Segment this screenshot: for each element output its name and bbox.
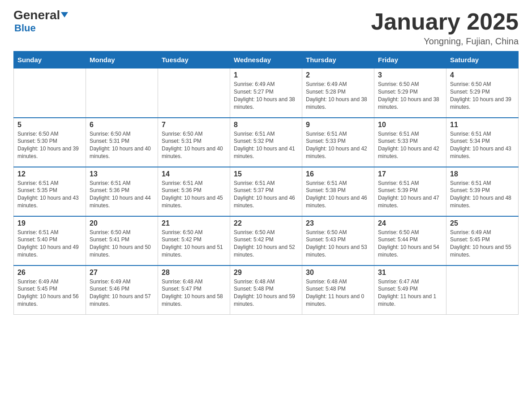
calendar-cell: 4Sunrise: 6:50 AM Sunset: 5:29 PM Daylig… [446,68,519,118]
calendar-cell: 22Sunrise: 6:50 AM Sunset: 5:42 PM Dayli… [230,216,302,265]
calendar-cell: 1Sunrise: 6:49 AM Sunset: 5:27 PM Daylig… [230,68,302,118]
day-number: 5 [17,121,82,129]
calendar-cell: 21Sunrise: 6:50 AM Sunset: 5:42 PM Dayli… [158,216,230,265]
day-info: Sunrise: 6:50 AM Sunset: 5:31 PM Dayligh… [162,130,226,160]
calendar-cell: 25Sunrise: 6:49 AM Sunset: 5:45 PM Dayli… [446,216,519,265]
calendar-cell: 28Sunrise: 6:48 AM Sunset: 5:47 PM Dayli… [158,265,230,315]
day-info: Sunrise: 6:49 AM Sunset: 5:46 PM Dayligh… [90,278,154,308]
day-info: Sunrise: 6:51 AM Sunset: 5:38 PM Dayligh… [306,180,370,210]
day-number: 4 [450,71,515,79]
calendar-header-row: SundayMondayTuesdayWednesdayThursdayFrid… [14,51,519,68]
day-number: 14 [162,170,226,178]
calendar-cell: 7Sunrise: 6:50 AM Sunset: 5:31 PM Daylig… [158,118,230,167]
calendar-cell: 24Sunrise: 6:50 AM Sunset: 5:44 PM Dayli… [374,216,446,265]
logo-triangle-icon [61,12,68,17]
day-number: 11 [450,121,515,129]
day-number: 10 [378,121,442,129]
day-info: Sunrise: 6:50 AM Sunset: 5:44 PM Dayligh… [378,229,442,259]
day-number: 26 [17,269,82,277]
logo-blue: Blue [14,22,36,34]
day-number: 17 [378,170,442,178]
col-header-tuesday: Tuesday [158,51,230,68]
day-number: 28 [162,269,226,277]
day-number: 27 [90,269,154,277]
calendar-table: SundayMondayTuesdayWednesdayThursdayFrid… [13,51,519,315]
calendar-week-1: 1Sunrise: 6:49 AM Sunset: 5:27 PM Daylig… [14,68,519,118]
day-info: Sunrise: 6:51 AM Sunset: 5:39 PM Dayligh… [450,180,515,210]
col-header-wednesday: Wednesday [230,51,302,68]
calendar-cell: 27Sunrise: 6:49 AM Sunset: 5:46 PM Dayli… [86,265,158,315]
day-info: Sunrise: 6:51 AM Sunset: 5:35 PM Dayligh… [17,180,82,210]
day-info: Sunrise: 6:51 AM Sunset: 5:37 PM Dayligh… [234,180,298,210]
day-info: Sunrise: 6:50 AM Sunset: 5:41 PM Dayligh… [90,229,154,259]
day-number: 9 [306,121,370,129]
day-info: Sunrise: 6:50 AM Sunset: 5:42 PM Dayligh… [234,229,298,259]
day-info: Sunrise: 6:51 AM Sunset: 5:33 PM Dayligh… [378,130,442,160]
calendar-cell: 26Sunrise: 6:49 AM Sunset: 5:45 PM Dayli… [14,265,86,315]
calendar-cell: 29Sunrise: 6:48 AM Sunset: 5:48 PM Dayli… [230,265,302,315]
calendar-cell [14,68,86,118]
day-info: Sunrise: 6:50 AM Sunset: 5:29 PM Dayligh… [378,81,442,111]
day-number: 20 [90,219,154,227]
day-info: Sunrise: 6:51 AM Sunset: 5:36 PM Dayligh… [90,180,154,210]
day-number: 25 [450,219,515,227]
calendar-cell: 8Sunrise: 6:51 AM Sunset: 5:32 PM Daylig… [230,118,302,167]
day-info: Sunrise: 6:51 AM Sunset: 5:40 PM Dayligh… [17,229,82,259]
day-info: Sunrise: 6:50 AM Sunset: 5:31 PM Dayligh… [90,130,154,160]
day-info: Sunrise: 6:48 AM Sunset: 5:48 PM Dayligh… [234,278,298,308]
day-info: Sunrise: 6:47 AM Sunset: 5:49 PM Dayligh… [378,278,442,308]
calendar-cell: 17Sunrise: 6:51 AM Sunset: 5:39 PM Dayli… [374,167,446,216]
calendar-week-2: 5Sunrise: 6:50 AM Sunset: 5:30 PM Daylig… [14,118,519,167]
day-number: 31 [378,269,442,277]
day-info: Sunrise: 6:48 AM Sunset: 5:47 PM Dayligh… [162,278,226,308]
day-info: Sunrise: 6:50 AM Sunset: 5:30 PM Dayligh… [17,130,82,160]
day-number: 3 [378,71,442,79]
calendar-cell: 11Sunrise: 6:51 AM Sunset: 5:34 PM Dayli… [446,118,519,167]
calendar-cell: 19Sunrise: 6:51 AM Sunset: 5:40 PM Dayli… [14,216,86,265]
day-number: 23 [306,219,370,227]
day-number: 7 [162,121,226,129]
calendar-cell: 10Sunrise: 6:51 AM Sunset: 5:33 PM Dayli… [374,118,446,167]
calendar-week-5: 26Sunrise: 6:49 AM Sunset: 5:45 PM Dayli… [14,265,519,315]
calendar-cell: 2Sunrise: 6:49 AM Sunset: 5:28 PM Daylig… [302,68,374,118]
day-number: 24 [378,219,442,227]
day-number: 6 [90,121,154,129]
day-number: 2 [306,71,370,79]
day-number: 13 [90,170,154,178]
title-block: January 2025 Yongning, Fujian, China [371,9,519,47]
col-header-friday: Friday [374,51,446,68]
calendar-cell: 5Sunrise: 6:50 AM Sunset: 5:30 PM Daylig… [14,118,86,167]
calendar-cell: 20Sunrise: 6:50 AM Sunset: 5:41 PM Dayli… [86,216,158,265]
col-header-saturday: Saturday [446,51,519,68]
calendar-week-3: 12Sunrise: 6:51 AM Sunset: 5:35 PM Dayli… [14,167,519,216]
month-title: January 2025 [371,9,519,34]
day-number: 30 [306,269,370,277]
calendar-cell: 13Sunrise: 6:51 AM Sunset: 5:36 PM Dayli… [86,167,158,216]
calendar-cell: 3Sunrise: 6:50 AM Sunset: 5:29 PM Daylig… [374,68,446,118]
page-header: General Blue January 2025 Yongning, Fuji… [13,9,519,47]
calendar-cell: 30Sunrise: 6:48 AM Sunset: 5:48 PM Dayli… [302,265,374,315]
day-info: Sunrise: 6:49 AM Sunset: 5:27 PM Dayligh… [234,81,298,111]
day-number: 1 [234,71,298,79]
calendar-cell: 14Sunrise: 6:51 AM Sunset: 5:36 PM Dayli… [158,167,230,216]
logo: General Blue [13,9,68,34]
day-number: 18 [450,170,515,178]
col-header-sunday: Sunday [14,51,86,68]
logo-general: General [13,9,68,21]
day-number: 29 [234,269,298,277]
day-info: Sunrise: 6:51 AM Sunset: 5:39 PM Dayligh… [378,180,442,210]
calendar-cell: 18Sunrise: 6:51 AM Sunset: 5:39 PM Dayli… [446,167,519,216]
day-number: 19 [17,219,82,227]
day-number: 12 [17,170,82,178]
day-number: 16 [306,170,370,178]
day-number: 15 [234,170,298,178]
calendar-cell: 6Sunrise: 6:50 AM Sunset: 5:31 PM Daylig… [86,118,158,167]
calendar-cell: 15Sunrise: 6:51 AM Sunset: 5:37 PM Dayli… [230,167,302,216]
calendar-cell [158,68,230,118]
day-info: Sunrise: 6:51 AM Sunset: 5:36 PM Dayligh… [162,180,226,210]
day-info: Sunrise: 6:51 AM Sunset: 5:33 PM Dayligh… [306,130,370,160]
calendar-cell: 23Sunrise: 6:50 AM Sunset: 5:43 PM Dayli… [302,216,374,265]
day-info: Sunrise: 6:49 AM Sunset: 5:45 PM Dayligh… [17,278,82,308]
day-info: Sunrise: 6:51 AM Sunset: 5:34 PM Dayligh… [450,130,515,160]
day-number: 22 [234,219,298,227]
